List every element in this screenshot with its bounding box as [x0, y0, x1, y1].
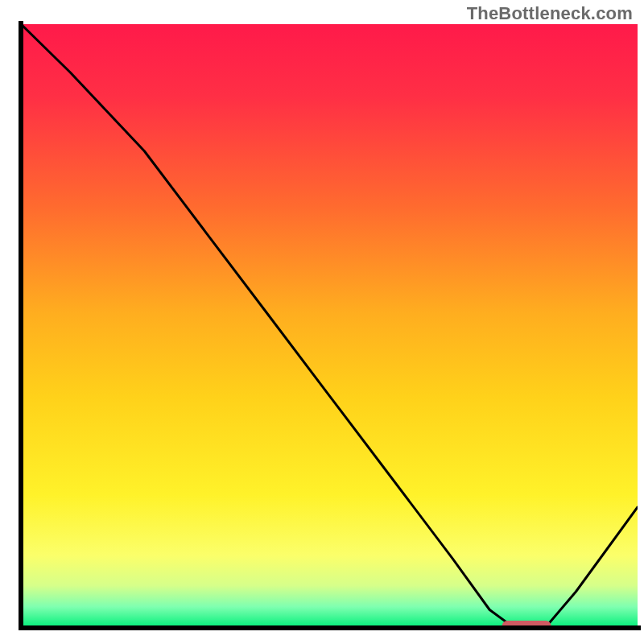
bottleneck-chart	[0, 0, 644, 644]
chart-container: { "watermark": "TheBottleneck.com", "col…	[0, 0, 644, 644]
gradient-background	[21, 24, 638, 628]
watermark-text: TheBottleneck.com	[467, 3, 633, 24]
plot-area	[21, 24, 638, 632]
